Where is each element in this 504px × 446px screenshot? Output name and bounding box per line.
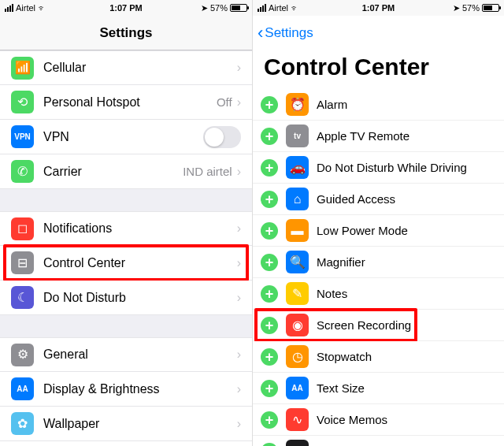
notifications-icon: ◻︎: [11, 217, 34, 240]
row-label: Low Power Mode: [317, 224, 408, 237]
general-icon: ⚙︎: [11, 344, 34, 366]
battery-icon: [482, 4, 499, 12]
row-detail: Off: [217, 95, 232, 109]
voicememos-icon: ∿: [286, 408, 309, 431]
row-label: Cellular: [43, 61, 237, 75]
row-label: Wallpaper: [43, 417, 237, 431]
add-button[interactable]: +: [261, 222, 278, 240]
add-button[interactable]: +: [261, 96, 278, 113]
display-icon: AA: [11, 377, 34, 400]
vpn-icon: VPN: [11, 125, 34, 148]
nav-title: Settings: [99, 25, 152, 41]
add-button[interactable]: +: [261, 128, 278, 145]
nav-bar: Settings: [0, 16, 252, 50]
add-row-magnifier[interactable]: +🔍Magnifier: [253, 247, 504, 278]
add-row-textsize[interactable]: +AAText Size: [253, 373, 504, 404]
add-row-guided[interactable]: +⌂Guided Access: [253, 184, 504, 215]
row-label: VPN: [43, 130, 203, 144]
status-bar: Airtel ᯤ 1:07 PM ➤ 57%: [0, 0, 252, 16]
status-battery-pct: 57%: [210, 3, 228, 13]
add-button[interactable]: +: [261, 411, 278, 429]
row-dnd[interactable]: ☾Do Not Disturb›: [0, 281, 252, 315]
row-label: Do Not Disturb While Driving: [317, 161, 467, 174]
wifi-icon: ᯤ: [38, 3, 46, 13]
dnd-icon: ☾: [11, 286, 34, 309]
signal-icon: [5, 4, 13, 12]
add-row-appletv[interactable]: +tvApple TV Remote: [253, 121, 504, 152]
wallet-icon: 💳: [286, 440, 309, 446]
add-row-stopwatch[interactable]: +◷Stopwatch: [253, 341, 504, 373]
row-vpn[interactable]: VPNVPN: [0, 120, 252, 154]
wifi-icon: ᯤ: [291, 3, 299, 13]
row-cellular[interactable]: 📶Cellular›: [0, 50, 252, 85]
textsize-icon: AA: [286, 377, 309, 400]
chevron-right-icon: ›: [237, 382, 241, 396]
cellular-icon: 📶: [11, 57, 34, 80]
vpn-toggle[interactable]: [203, 126, 241, 148]
row-label: Stopwatch: [317, 350, 372, 363]
dnddriving-icon: 🚗: [286, 156, 309, 179]
row-label: Screen Recording: [317, 318, 411, 332]
add-button[interactable]: +: [261, 380, 278, 397]
carrier-icon: ✆: [11, 160, 34, 183]
add-button[interactable]: +: [261, 285, 278, 303]
guided-icon: ⌂: [286, 188, 309, 210]
chevron-right-icon: ›: [237, 95, 241, 110]
chevron-right-icon: ›: [237, 417, 241, 431]
row-label: Personal Hotspot: [43, 95, 217, 110]
row-label: Text Size: [317, 381, 365, 395]
add-row-screenrec[interactable]: +◉Screen Recording: [253, 310, 504, 341]
back-button[interactable]: ‹ Settings: [258, 16, 313, 50]
row-label: Display & Brightness: [43, 382, 237, 396]
row-label: Alarm: [317, 98, 347, 111]
row-carrier[interactable]: ✆CarrierIND airtel›: [0, 154, 252, 189]
row-display[interactable]: AADisplay & Brightness›: [0, 372, 252, 407]
row-label: Control Center: [43, 256, 237, 270]
chevron-right-icon: ›: [237, 165, 241, 179]
location-icon: ➤: [453, 3, 460, 13]
settings-pane: Airtel ᯤ 1:07 PM ➤ 57% Settings 📶Cellula…: [0, 0, 252, 446]
add-button[interactable]: +: [261, 254, 278, 271]
status-bar: Airtel ᯤ 1:07 PM ➤ 57%: [253, 0, 504, 16]
add-button[interactable]: +: [261, 191, 278, 208]
chevron-right-icon: ›: [237, 291, 241, 305]
row-wallpaper[interactable]: ✿Wallpaper›: [0, 407, 252, 441]
chevron-right-icon: ›: [237, 256, 241, 270]
row-notifications[interactable]: ◻︎Notifications›: [0, 211, 252, 246]
row-label: Notes: [317, 287, 347, 300]
add-button[interactable]: +: [261, 443, 278, 447]
add-row-alarm[interactable]: +⏰Alarm: [253, 89, 504, 121]
add-row-lowpower[interactable]: +▬Low Power Mode: [253, 215, 504, 247]
hotspot-icon: ⟲: [11, 91, 34, 113]
status-battery-pct: 57%: [462, 3, 480, 13]
chevron-right-icon: ›: [237, 61, 241, 75]
status-carrier: Airtel: [269, 3, 288, 13]
row-hotspot[interactable]: ⟲Personal HotspotOff›: [0, 85, 252, 120]
row-label: Carrier: [43, 165, 183, 179]
alarm-icon: ⏰: [286, 93, 309, 116]
controlcenter-icon: ⊟: [11, 251, 34, 274]
add-button[interactable]: +: [261, 317, 278, 334]
notes-icon: ✎: [286, 282, 309, 305]
back-label: Settings: [265, 25, 313, 41]
location-icon: ➤: [201, 3, 208, 13]
row-sounds[interactable]: 🔊Sounds & Haptics›: [0, 441, 252, 446]
signal-icon: [258, 4, 266, 12]
stopwatch-icon: ◷: [286, 345, 309, 368]
row-controlcenter[interactable]: ⊟Control Center›: [0, 246, 252, 281]
chevron-right-icon: ›: [237, 221, 241, 236]
large-title: Control Center: [253, 50, 504, 88]
add-button[interactable]: +: [261, 159, 278, 177]
row-label: Guided Access: [317, 192, 395, 206]
row-label: Do Not Disturb: [43, 291, 237, 305]
chevron-left-icon: ‹: [258, 24, 263, 42]
status-carrier: Airtel: [16, 3, 35, 13]
add-row-dnddriving[interactable]: +🚗Do Not Disturb While Driving: [253, 152, 504, 184]
wallpaper-icon: ✿: [11, 412, 34, 435]
row-label: General: [43, 348, 237, 362]
row-general[interactable]: ⚙︎General›: [0, 337, 252, 372]
add-button[interactable]: +: [261, 348, 278, 366]
add-row-notes[interactable]: +✎Notes: [253, 278, 504, 310]
add-row-wallet[interactable]: +💳Wallet: [253, 436, 504, 446]
add-row-voicememos[interactable]: +∿Voice Memos: [253, 404, 504, 436]
